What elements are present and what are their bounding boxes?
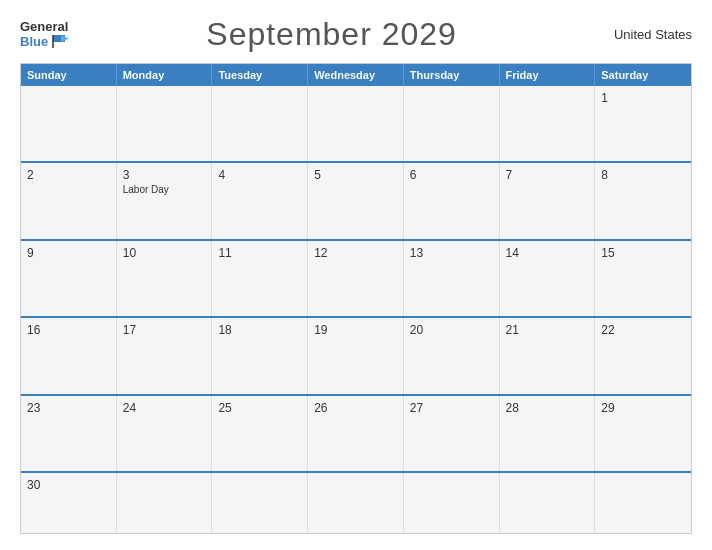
cal-cell-sep16: 16	[21, 318, 117, 393]
cal-cell-w6-mon	[117, 473, 213, 533]
header: General Blue September 2029 United State…	[20, 16, 692, 53]
day-number: 6	[410, 168, 493, 182]
day-number: 20	[410, 323, 493, 337]
cal-cell-sep22: 22	[595, 318, 691, 393]
day-number: 14	[506, 246, 589, 260]
day-number: 29	[601, 401, 685, 415]
calendar-body: 1 2 3 Labor Day 4 5 6	[21, 86, 691, 533]
day-number: 10	[123, 246, 206, 260]
cal-cell-sep28: 28	[500, 396, 596, 471]
day-number: 25	[218, 401, 301, 415]
cal-cell-sep5: 5	[308, 163, 404, 238]
calendar-week-4: 16 17 18 19 20 21 22	[21, 316, 691, 393]
day-number: 3	[123, 168, 206, 182]
day-number: 11	[218, 246, 301, 260]
day-number: 19	[314, 323, 397, 337]
cal-cell-sep23: 23	[21, 396, 117, 471]
cal-cell-sep15: 15	[595, 241, 691, 316]
logo-blue: Blue	[20, 35, 48, 48]
cal-cell-sep19: 19	[308, 318, 404, 393]
day-number: 1	[601, 91, 685, 105]
cal-cell-sep4: 4	[212, 163, 308, 238]
day-number: 30	[27, 478, 110, 492]
cal-cell-sep17: 17	[117, 318, 213, 393]
cal-cell-sep13: 13	[404, 241, 500, 316]
calendar-week-5: 23 24 25 26 27 28 29	[21, 394, 691, 471]
header-thursday: Thursday	[404, 64, 500, 86]
cal-cell-w6-tue	[212, 473, 308, 533]
day-number: 17	[123, 323, 206, 337]
day-number: 12	[314, 246, 397, 260]
day-number: 22	[601, 323, 685, 337]
calendar-grid: Sunday Monday Tuesday Wednesday Thursday…	[20, 63, 692, 534]
day-number: 18	[218, 323, 301, 337]
cal-cell-sep1: 1	[595, 86, 691, 161]
cal-cell-sep20: 20	[404, 318, 500, 393]
cal-cell-w6-thu	[404, 473, 500, 533]
cal-cell-sep6: 6	[404, 163, 500, 238]
day-number: 26	[314, 401, 397, 415]
cal-cell-sep8: 8	[595, 163, 691, 238]
day-number: 4	[218, 168, 301, 182]
calendar-header-row: Sunday Monday Tuesday Wednesday Thursday…	[21, 64, 691, 86]
cal-cell-sep29: 29	[595, 396, 691, 471]
logo-flag-icon	[51, 33, 71, 49]
day-number: 16	[27, 323, 110, 337]
day-number: 28	[506, 401, 589, 415]
logo-general: General	[20, 20, 71, 33]
day-number: 5	[314, 168, 397, 182]
header-saturday: Saturday	[595, 64, 691, 86]
cal-cell-sep12: 12	[308, 241, 404, 316]
cal-cell-sep2: 2	[21, 163, 117, 238]
labor-day-event: Labor Day	[123, 184, 206, 195]
day-number: 24	[123, 401, 206, 415]
cal-cell-w1-fri	[500, 86, 596, 161]
cal-cell-sep7: 7	[500, 163, 596, 238]
cal-cell-sep27: 27	[404, 396, 500, 471]
cal-cell-w1-tue	[212, 86, 308, 161]
cal-cell-sep18: 18	[212, 318, 308, 393]
calendar-page: General Blue September 2029 United State…	[0, 0, 712, 550]
calendar-week-1: 1	[21, 86, 691, 161]
calendar-week-2: 2 3 Labor Day 4 5 6 7	[21, 161, 691, 238]
cal-cell-sep26: 26	[308, 396, 404, 471]
cal-cell-w6-fri	[500, 473, 596, 533]
cal-cell-sep11: 11	[212, 241, 308, 316]
calendar-week-3: 9 10 11 12 13 14 15	[21, 239, 691, 316]
cal-cell-w1-thu	[404, 86, 500, 161]
day-number: 13	[410, 246, 493, 260]
cal-cell-w1-sun	[21, 86, 117, 161]
day-number: 21	[506, 323, 589, 337]
day-number: 23	[27, 401, 110, 415]
calendar-week-6: 30	[21, 471, 691, 533]
cal-cell-sep10: 10	[117, 241, 213, 316]
cal-cell-sep9: 9	[21, 241, 117, 316]
day-number: 9	[27, 246, 110, 260]
cal-cell-sep21: 21	[500, 318, 596, 393]
header-wednesday: Wednesday	[308, 64, 404, 86]
cal-cell-w1-wed	[308, 86, 404, 161]
header-monday: Monday	[117, 64, 213, 86]
cal-cell-w6-sat	[595, 473, 691, 533]
cal-cell-sep24: 24	[117, 396, 213, 471]
cal-cell-sep3: 3 Labor Day	[117, 163, 213, 238]
day-number: 15	[601, 246, 685, 260]
cal-cell-sep25: 25	[212, 396, 308, 471]
logo: General Blue	[20, 20, 71, 49]
header-tuesday: Tuesday	[212, 64, 308, 86]
day-number: 8	[601, 168, 685, 182]
day-number: 7	[506, 168, 589, 182]
header-sunday: Sunday	[21, 64, 117, 86]
day-number: 27	[410, 401, 493, 415]
cal-cell-w1-mon	[117, 86, 213, 161]
cal-cell-w6-wed	[308, 473, 404, 533]
cal-cell-sep14: 14	[500, 241, 596, 316]
header-friday: Friday	[500, 64, 596, 86]
country-label: United States	[592, 27, 692, 42]
cal-cell-sep30: 30	[21, 473, 117, 533]
month-title: September 2029	[71, 16, 592, 53]
day-number: 2	[27, 168, 110, 182]
